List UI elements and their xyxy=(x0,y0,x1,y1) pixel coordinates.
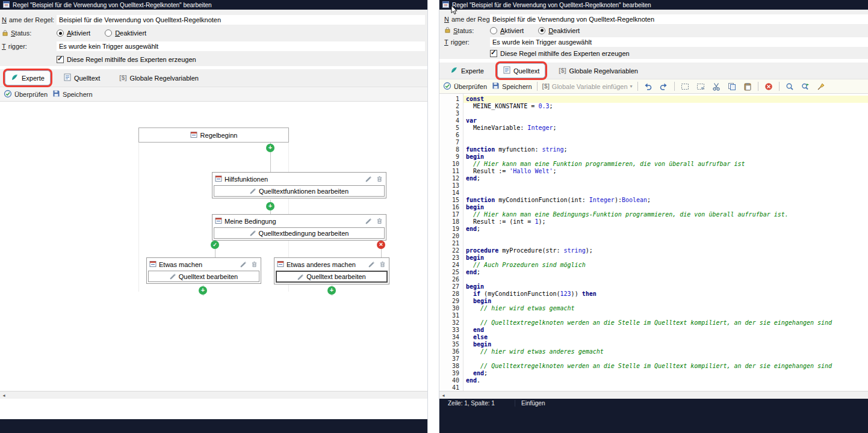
tab-globale-regelvariablen[interactable]: [$] Globale Regelvariablen xyxy=(553,64,644,78)
code-line[interactable]: begin xyxy=(466,204,868,211)
tab-quelltext[interactable]: Quelltext xyxy=(58,70,106,85)
code-line[interactable]: else xyxy=(466,334,868,341)
flow-node-meine-bedingung[interactable]: Meine Bedingung Quelltextbedingung bearb… xyxy=(212,214,386,241)
code-line[interactable]: begin xyxy=(466,153,868,161)
code-line[interactable]: function myConditionFunction(int: Intege… xyxy=(466,197,868,204)
code-line[interactable]: // Hier kann man eine Bedingungs-Funktio… xyxy=(466,211,868,218)
search-next-icon[interactable] xyxy=(800,81,811,92)
add-node-button[interactable] xyxy=(199,286,207,295)
edit-node-icon[interactable] xyxy=(367,260,376,269)
tab-quelltext[interactable]: Quelltext xyxy=(497,63,545,78)
right-titlebar[interactable]: Regel "Beispiel für die Verwendung von Q… xyxy=(439,0,868,10)
cut-icon[interactable] xyxy=(711,81,722,92)
code-line[interactable] xyxy=(466,139,868,146)
delete-node-icon[interactable] xyxy=(378,260,386,269)
code-lines[interactable]: const MEINE_KONSTANTE = 0.3;var MeineVar… xyxy=(463,94,868,391)
add-node-button[interactable] xyxy=(266,202,274,210)
radio-deaktiviert-label[interactable]: Deaktiviert xyxy=(115,29,146,37)
code-line[interactable]: Result := 'Hallo Welt'; xyxy=(466,168,868,175)
radio-aktiviert[interactable] xyxy=(490,27,497,34)
code-line[interactable]: // Hier kann man eine Funktion programmi… xyxy=(466,161,868,168)
code-line[interactable]: MeineVariable: Integer; xyxy=(466,124,868,132)
code-line[interactable] xyxy=(466,189,868,197)
edit-node-icon[interactable] xyxy=(239,260,247,269)
expert-checkbox[interactable] xyxy=(490,50,497,57)
code-line[interactable]: const xyxy=(463,96,868,103)
expert-checkbox-label[interactable]: Diese Regel mithilfe des Experten erzeug… xyxy=(500,50,630,57)
radio-aktiviert[interactable] xyxy=(57,29,64,37)
flowchart-canvas[interactable]: Regelbeginn Hilfsfunktionen Quelltextfun… xyxy=(0,102,427,391)
code-line[interactable] xyxy=(466,182,868,189)
trigger-field[interactable]: Es wurde kein Trigger ausgewählt xyxy=(57,41,425,51)
delete-node-icon[interactable] xyxy=(375,175,383,183)
check-button[interactable]: Überprüfen xyxy=(443,82,487,91)
edit-quelltextfunktionen-button[interactable]: Quelltextfunktionen bearbeiten xyxy=(214,185,385,197)
flow-node-regelbeginn[interactable]: Regelbeginn xyxy=(138,127,289,143)
code-line[interactable] xyxy=(466,132,868,139)
code-line[interactable]: // hier wird etwas gemacht xyxy=(466,305,868,312)
paste-icon[interactable] xyxy=(742,81,753,92)
code-line[interactable]: begin xyxy=(466,283,868,290)
code-line[interactable]: // Quelltextregelknoten werden an die St… xyxy=(466,363,868,370)
code-line[interactable] xyxy=(466,110,868,117)
add-node-button[interactable] xyxy=(266,144,274,152)
code-line[interactable]: var xyxy=(466,117,868,124)
scroll-left-icon[interactable]: ◂ xyxy=(439,393,447,398)
code-line[interactable]: end; xyxy=(466,269,868,276)
code-line[interactable]: end; xyxy=(466,226,868,233)
code-line[interactable]: MEINE_KONSTANTE = 0.3; xyxy=(466,103,868,110)
search-icon[interactable] xyxy=(784,81,795,92)
expert-checkbox-label[interactable]: Diese Regel mithilfe des Experten erzeug… xyxy=(67,56,196,63)
code-line[interactable]: procedure myProcedure(str: string); xyxy=(466,247,868,254)
tab-experte[interactable]: Experte xyxy=(444,63,490,78)
code-line[interactable]: begin xyxy=(466,341,868,348)
radio-aktiviert-label[interactable]: Aktiviert xyxy=(67,29,90,37)
code-line[interactable]: begin xyxy=(466,254,868,262)
code-line[interactable]: end. xyxy=(466,377,868,384)
save-button[interactable]: Speichern xyxy=(52,90,93,99)
flow-node-etwas-machen[interactable]: Etwas machen Quelltext bearbeiten xyxy=(146,257,261,284)
horizontal-scrollbar[interactable]: ◂ xyxy=(439,391,868,399)
edit-quelltext-button[interactable]: Quelltext bearbeiten xyxy=(148,271,259,282)
horizontal-scrollbar[interactable]: ◂ xyxy=(0,391,427,399)
code-line[interactable] xyxy=(466,233,868,240)
code-editor[interactable]: 1234567891011121314151617181920212223242… xyxy=(439,94,868,391)
add-node-button[interactable] xyxy=(327,286,336,295)
left-titlebar[interactable]: Regel "Beispiel für die Verwendung von Q… xyxy=(0,0,427,10)
cancel-icon[interactable] xyxy=(763,81,774,92)
flow-node-hilfsfunktionen[interactable]: Hilfsfunktionen Quelltextfunktionen bear… xyxy=(212,172,386,198)
code-line[interactable]: end; xyxy=(466,370,868,377)
tab-experte[interactable]: Experte xyxy=(5,70,51,85)
code-line[interactable] xyxy=(466,276,868,283)
code-line[interactable]: Result := (int = 1); xyxy=(466,218,868,226)
radio-aktiviert-label[interactable]: Aktiviert xyxy=(500,27,524,34)
flow-node-etwas-anderes-machen[interactable]: Etwas anderes machen Quelltext bearbeite… xyxy=(274,257,389,284)
rule-name-input[interactable]: Beispiel für die Verwendung von Quelltex… xyxy=(57,15,425,25)
select-all-icon[interactable] xyxy=(695,81,706,92)
expert-checkbox[interactable] xyxy=(57,56,64,63)
redo-icon[interactable] xyxy=(659,81,669,92)
code-line[interactable]: // Quelltextregelknoten werden an die St… xyxy=(466,319,868,327)
insert-global-variable-button[interactable]: [$] Globale Variable einfügen ▾ xyxy=(542,83,633,90)
code-line[interactable]: // hier wird etwas anderes gemacht xyxy=(466,348,868,355)
format-icon[interactable] xyxy=(816,81,826,92)
radio-deaktiviert[interactable] xyxy=(105,29,112,37)
code-line[interactable] xyxy=(466,240,868,247)
scroll-left-icon[interactable]: ◂ xyxy=(0,393,8,398)
radio-deaktiviert[interactable] xyxy=(538,27,545,34)
rule-name-input[interactable]: Beispiel für die Verwendung von Quelltex… xyxy=(490,14,868,24)
delete-node-icon[interactable] xyxy=(250,260,258,269)
copy-icon[interactable] xyxy=(727,81,737,92)
code-line[interactable] xyxy=(466,312,868,319)
code-line[interactable]: // Auch Prozeduren sind möglich xyxy=(466,262,868,269)
code-line[interactable] xyxy=(466,355,868,363)
edit-quelltextbedingung-button[interactable]: Quelltextbedingung bearbeiten xyxy=(214,227,385,239)
delete-node-icon[interactable] xyxy=(375,217,383,226)
code-line[interactable]: end xyxy=(466,327,868,334)
edit-node-icon[interactable] xyxy=(364,175,373,183)
select-region-icon[interactable] xyxy=(680,81,690,92)
edit-node-icon[interactable] xyxy=(364,217,373,226)
save-button[interactable]: Speichern xyxy=(492,82,532,91)
code-line[interactable]: begin xyxy=(466,298,868,305)
tab-globale-regelvariablen[interactable]: [$] Globale Regelvariablen xyxy=(113,72,205,85)
